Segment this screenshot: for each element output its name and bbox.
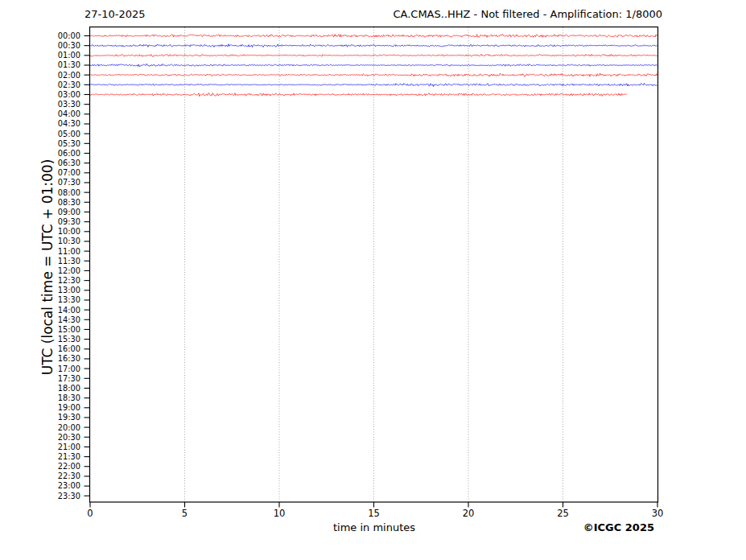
y-tick-label: 11:30 [58, 257, 80, 266]
y-tick-label: 19:30 [58, 413, 80, 422]
y-tick-label: 17:30 [58, 374, 80, 383]
y-tick-label: 06:30 [58, 159, 80, 167]
y-tick-label: 10:30 [58, 237, 80, 245]
y-tick-label: 00:00 [58, 31, 80, 40]
y-tick-label: 05:00 [58, 130, 80, 138]
y-tick-label: 04:00 [58, 109, 80, 118]
y-tick-label: 23:00 [58, 481, 80, 490]
y-tick-label: 22:30 [58, 471, 80, 480]
plot-title: CA.CMAS..HHZ - Not filtered - Amplificat… [393, 8, 662, 20]
x-tick-label: 0 [87, 508, 93, 519]
helicorder-figure: 00:0000:3001:0001:3002:0002:3003:0003:30… [0, 0, 746, 560]
y-tick-label: 20:30 [58, 433, 80, 442]
y-tick-label: 22:00 [58, 462, 80, 471]
y-tick-label: 21:00 [58, 443, 80, 451]
x-tick-label: 30 [652, 508, 664, 519]
x-tick-label: 10 [274, 508, 286, 519]
y-tick-label: 21:30 [58, 452, 80, 461]
y-tick-label: 07:00 [58, 168, 80, 177]
y-tick-label: 09:30 [58, 217, 80, 226]
y-tick-label: 01:00 [58, 51, 80, 60]
seismic-trace-0230 [90, 83, 657, 86]
y-tick-label: 13:30 [58, 295, 80, 304]
seismic-trace-0000 [90, 35, 657, 38]
y-tick-label: 16:00 [58, 344, 80, 353]
y-tick-label: 13:00 [58, 286, 80, 294]
y-tick-label: 12:00 [58, 266, 80, 275]
y-tick-label: 02:00 [58, 71, 80, 80]
date-label: 27-10-2025 [84, 8, 146, 20]
x-tick-label: 25 [557, 508, 569, 519]
seismic-trace-0300 [90, 93, 627, 97]
y-axis-label: UTC (local time = UTC + 01:00) [39, 159, 56, 376]
y-tick-label: 18:30 [58, 393, 80, 402]
copyright-label: ©ICGC 2025 [583, 521, 654, 533]
x-tick-label: 5 [182, 508, 188, 519]
y-tick-label: 05:30 [58, 139, 80, 148]
x-tick-label: 20 [463, 508, 475, 519]
y-tick-label: 12:30 [58, 276, 80, 285]
x-tick-label: 15 [368, 508, 380, 519]
y-tick-label: 03:30 [58, 100, 80, 109]
y-tick-label: 04:30 [58, 119, 80, 128]
y-tick-label: 00:30 [58, 41, 80, 50]
y-tick-label: 15:30 [58, 335, 80, 344]
y-tick-label: 20:00 [58, 423, 80, 432]
y-tick-label: 23:30 [58, 492, 80, 500]
y-tick-label: 17:00 [58, 364, 80, 373]
y-tick-label: 11:00 [58, 247, 80, 256]
y-tick-label: 10:00 [58, 227, 80, 236]
y-tick-label: 15:00 [58, 325, 80, 334]
y-tick-label: 01:30 [58, 60, 80, 69]
helicorder-plot: 00:0000:3001:0001:3002:0002:3003:0003:30… [0, 0, 746, 560]
y-tick-label: 08:30 [58, 198, 80, 207]
y-tick-label: 06:00 [58, 149, 80, 158]
y-tick-label: 16:30 [58, 354, 80, 363]
y-tick-label: 09:00 [58, 208, 80, 216]
x-axis-label: time in minutes [333, 521, 415, 533]
y-tick-label: 02:30 [58, 80, 80, 89]
y-tick-label: 18:00 [58, 384, 80, 393]
y-tick-label: 14:00 [58, 306, 80, 315]
y-tick-label: 08:00 [58, 188, 80, 197]
y-tick-label: 03:00 [58, 90, 80, 99]
y-tick-label: 14:30 [58, 315, 80, 324]
y-tick-label: 19:00 [58, 403, 80, 412]
y-tick-label: 07:30 [58, 178, 80, 187]
